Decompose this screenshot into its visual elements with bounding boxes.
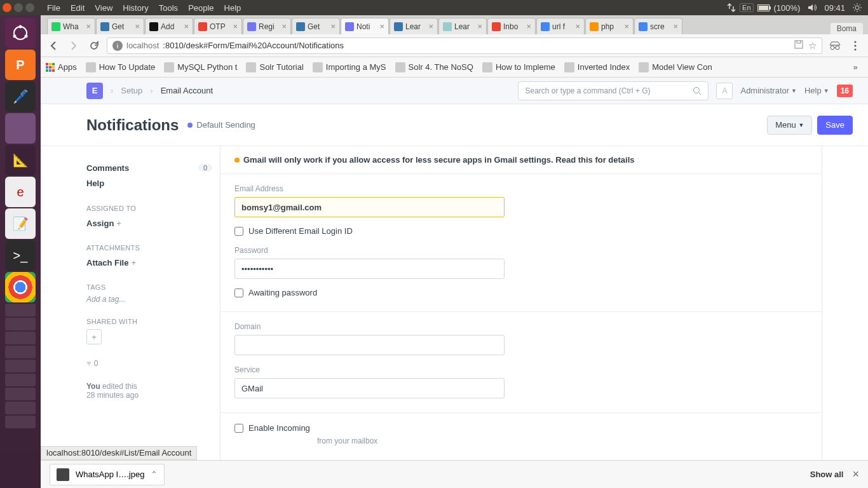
browser-tab[interactable]: Lear× bbox=[438, 18, 487, 34]
bookmark-item[interactable]: MySQL Python t bbox=[164, 62, 237, 72]
chevron-up-icon[interactable]: ⌃ bbox=[151, 470, 158, 479]
search-input[interactable]: Search or type a command (Ctrl + G) bbox=[518, 81, 709, 100]
download-item[interactable]: WhatsApp I….jpeg ⌃ bbox=[50, 464, 165, 485]
menu-history[interactable]: History bbox=[118, 3, 153, 13]
close-icon[interactable]: × bbox=[428, 22, 433, 31]
menu-view[interactable]: View bbox=[90, 3, 118, 13]
launcher-min-4[interactable] bbox=[5, 346, 36, 358]
launcher-min-1[interactable] bbox=[5, 304, 36, 316]
close-window-button[interactable] bbox=[3, 3, 11, 12]
launcher-app-6[interactable]: 📝 bbox=[5, 208, 36, 239]
launcher-min-2[interactable] bbox=[5, 318, 36, 330]
close-icon[interactable]: × bbox=[575, 22, 580, 31]
enable-incoming-checkbox[interactable]: Enable Incoming bbox=[234, 423, 808, 433]
close-icon[interactable]: × bbox=[624, 22, 629, 31]
sidebar-comments[interactable]: Comments 0 bbox=[86, 160, 212, 175]
battery-indicator[interactable]: (100%) bbox=[754, 3, 804, 13]
volume-icon[interactable] bbox=[804, 3, 820, 12]
menu-tools[interactable]: Tools bbox=[154, 3, 183, 13]
close-icon[interactable]: × bbox=[330, 22, 336, 31]
domain-field[interactable] bbox=[234, 335, 505, 355]
bookmarks-overflow[interactable]: » bbox=[848, 60, 863, 75]
browser-tab[interactable]: Noti× bbox=[341, 18, 389, 34]
star-icon[interactable]: ☆ bbox=[808, 40, 817, 51]
close-icon[interactable]: × bbox=[184, 22, 189, 31]
gear-icon[interactable] bbox=[849, 3, 865, 12]
browser-tab[interactable]: scre× bbox=[634, 18, 682, 34]
bookmark-item[interactable]: Apps bbox=[46, 62, 77, 72]
launcher-app-2[interactable]: 🖊️ bbox=[5, 81, 36, 112]
lang-indicator[interactable]: En bbox=[740, 3, 753, 12]
avatar[interactable]: A bbox=[716, 83, 733, 99]
user-menu[interactable]: Administrator▼ bbox=[740, 86, 797, 95]
bookmark-item[interactable]: Model View Con bbox=[639, 62, 712, 72]
service-field[interactable] bbox=[234, 378, 505, 398]
network-icon[interactable] bbox=[723, 3, 740, 12]
launcher-app-1[interactable]: P bbox=[5, 50, 36, 80]
likes-row[interactable]: ♥ 0 bbox=[86, 358, 212, 368]
close-icon[interactable]: × bbox=[379, 22, 384, 31]
bookmark-item[interactable]: Solr Tutorial bbox=[246, 62, 303, 72]
address-bar[interactable]: i localhost:8010/desk#Form/Email%20Accou… bbox=[107, 37, 822, 54]
share-add-button[interactable]: + bbox=[86, 329, 102, 344]
chrome-menu-button[interactable] bbox=[848, 38, 863, 53]
erp-logo[interactable]: E bbox=[86, 83, 103, 99]
browser-tab[interactable]: Get× bbox=[292, 18, 340, 34]
menu-help[interactable]: Help bbox=[219, 3, 247, 13]
close-icon[interactable]: × bbox=[86, 22, 91, 31]
reload-button[interactable] bbox=[86, 38, 102, 53]
close-icon[interactable]: × bbox=[673, 22, 678, 31]
use-different-login-checkbox[interactable]: Use Different Email Login ID bbox=[234, 226, 808, 236]
menu-button[interactable]: Menu ▼ bbox=[767, 116, 812, 135]
minimize-window-button[interactable] bbox=[14, 3, 23, 12]
launcher-app-5[interactable]: e bbox=[5, 177, 36, 207]
menu-file[interactable]: File bbox=[42, 3, 65, 13]
launcher-app-4[interactable]: 📐 bbox=[5, 145, 36, 175]
launcher-min-6[interactable] bbox=[5, 374, 36, 386]
breadcrumb-setup[interactable]: Setup bbox=[121, 86, 142, 95]
help-menu[interactable]: Help▼ bbox=[804, 86, 829, 95]
browser-tab[interactable]: php× bbox=[585, 18, 634, 34]
password-field[interactable] bbox=[234, 259, 505, 279]
bookmark-item[interactable]: Inverted Index bbox=[564, 62, 630, 72]
browser-tab[interactable]: Lear× bbox=[390, 18, 438, 34]
bookmark-item[interactable]: How to Impleme bbox=[482, 62, 555, 72]
bookmark-item[interactable]: How To Update bbox=[86, 62, 156, 72]
back-button[interactable] bbox=[46, 38, 61, 53]
browser-tab[interactable]: Inbo× bbox=[487, 18, 536, 34]
site-info-icon[interactable]: i bbox=[112, 41, 123, 51]
chrome-profile[interactable]: Boma bbox=[831, 23, 863, 34]
close-icon[interactable]: × bbox=[852, 468, 859, 481]
launcher-terminal[interactable]: >_ bbox=[5, 240, 36, 271]
alert-link[interactable]: Read this for details bbox=[555, 155, 634, 165]
email-field[interactable] bbox=[234, 197, 505, 217]
browser-tab[interactable]: url f× bbox=[536, 18, 585, 34]
launcher-app-3[interactable] bbox=[5, 113, 36, 144]
close-icon[interactable]: × bbox=[477, 22, 482, 31]
close-icon[interactable]: × bbox=[135, 22, 140, 31]
launcher-min-3[interactable] bbox=[5, 332, 36, 344]
show-all-downloads[interactable]: Show all bbox=[810, 470, 844, 479]
launcher-min-7[interactable] bbox=[5, 388, 36, 400]
bookmark-item[interactable]: Importing a MyS bbox=[313, 62, 386, 72]
browser-tab[interactable]: Add× bbox=[145, 18, 193, 34]
menu-people[interactable]: People bbox=[183, 3, 219, 13]
launcher-min-8[interactable] bbox=[5, 402, 36, 414]
maximize-window-button[interactable] bbox=[25, 3, 34, 12]
browser-tab[interactable]: Get× bbox=[96, 18, 144, 34]
assign-button[interactable]: Assign+ bbox=[86, 216, 212, 230]
close-icon[interactable]: × bbox=[526, 22, 531, 31]
clock[interactable]: 09:41 bbox=[820, 3, 849, 13]
launcher-min-9[interactable] bbox=[5, 416, 36, 428]
close-icon[interactable]: × bbox=[281, 22, 287, 31]
add-tag-input[interactable]: Add a tag... bbox=[86, 295, 212, 304]
save-page-icon[interactable] bbox=[794, 40, 803, 49]
menu-edit[interactable]: Edit bbox=[65, 3, 90, 13]
browser-tab[interactable]: OTP× bbox=[194, 18, 242, 34]
browser-tab[interactable]: Wha× bbox=[47, 18, 95, 34]
awaiting-password-checkbox[interactable]: Awaiting password bbox=[234, 288, 808, 297]
save-button[interactable]: Save bbox=[817, 116, 853, 135]
close-icon[interactable]: × bbox=[233, 22, 238, 31]
browser-tab[interactable]: Regi× bbox=[243, 18, 291, 34]
sidebar-help[interactable]: Help bbox=[86, 175, 212, 191]
